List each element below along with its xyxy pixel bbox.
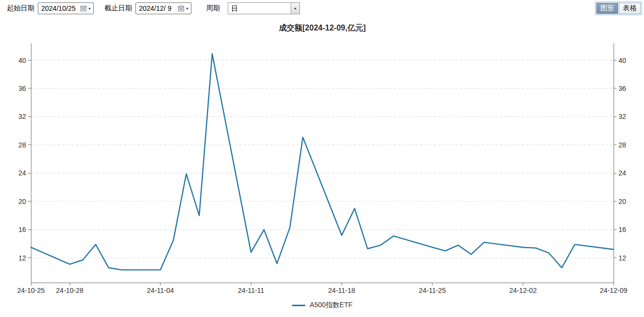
period-dropdown-button[interactable]: ▼ <box>291 3 299 14</box>
svg-text:24-11-25: 24-11-25 <box>419 287 446 294</box>
view-switch: 图形 表格 <box>595 1 642 15</box>
svg-text:20: 20 <box>18 198 26 205</box>
chevron-down-icon: ▼ <box>88 7 91 10</box>
svg-text:36: 36 <box>618 85 626 92</box>
svg-text:24-11-18: 24-11-18 <box>328 287 355 294</box>
svg-text:40: 40 <box>618 57 626 64</box>
toolbar: 起始日期 ▼ 截止日期 <box>0 0 644 17</box>
chevron-down-icon: ▼ <box>294 7 297 10</box>
svg-text:24: 24 <box>18 169 26 177</box>
table-view-button[interactable]: 表格 <box>619 3 641 14</box>
svg-text:40: 40 <box>18 57 26 64</box>
svg-text:24-12-02: 24-12-02 <box>509 287 537 294</box>
period-label: 周期 <box>206 4 220 13</box>
start-date-label: 起始日期 <box>7 4 34 13</box>
svg-text:12: 12 <box>18 254 26 262</box>
start-date-input[interactable] <box>41 4 80 12</box>
line-chart: 1212161620202424282832323636404024-10-25… <box>0 0 644 317</box>
start-date-dropdown[interactable]: ▼ <box>80 5 91 11</box>
svg-text:24-12-09: 24-12-09 <box>600 287 627 294</box>
svg-text:28: 28 <box>618 141 626 149</box>
calendar-icon <box>80 5 87 11</box>
svg-text:32: 32 <box>18 113 26 120</box>
svg-text:24-10-28: 24-10-28 <box>56 287 83 294</box>
svg-text:24: 24 <box>618 169 626 177</box>
legend: A500指数ETF <box>31 301 614 310</box>
end-date-dropdown[interactable]: ▼ <box>178 5 189 11</box>
end-date-label: 截止日期 <box>105 4 132 13</box>
svg-text:16: 16 <box>618 226 626 233</box>
calendar-icon <box>178 5 185 11</box>
svg-text:16: 16 <box>18 226 26 233</box>
chart-title: 成交额[2024-12-09,亿元] <box>31 23 614 33</box>
svg-text:24-11-04: 24-11-04 <box>147 287 174 294</box>
svg-text:24-10-25: 24-10-25 <box>17 287 45 294</box>
end-date-picker[interactable]: ▼ <box>135 2 191 14</box>
chart-view-button[interactable]: 图形 <box>596 3 618 14</box>
period-value: 日 <box>228 3 291 14</box>
period-select[interactable]: 日 ▼ <box>228 2 300 14</box>
legend-series-label: A500指数ETF <box>310 301 352 310</box>
svg-text:20: 20 <box>618 198 626 205</box>
svg-text:32: 32 <box>618 113 626 120</box>
svg-text:12: 12 <box>618 254 626 262</box>
end-date-input[interactable] <box>139 4 178 12</box>
svg-text:36: 36 <box>18 85 26 92</box>
legend-line-swatch <box>292 305 305 306</box>
svg-text:24-11-11: 24-11-11 <box>238 287 264 294</box>
start-date-picker[interactable]: ▼ <box>38 2 94 14</box>
svg-text:28: 28 <box>18 141 26 149</box>
chevron-down-icon: ▼ <box>186 7 189 10</box>
